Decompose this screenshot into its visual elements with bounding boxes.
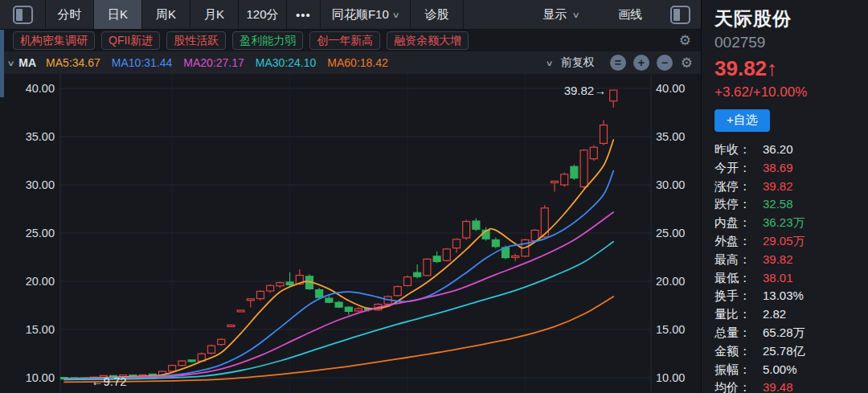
stat-label: 昨收： <box>714 142 763 158</box>
stat-row: 外盘：29.05万 <box>714 234 868 252</box>
tab-monthly-k[interactable]: 月K <box>190 0 239 29</box>
panel-layout-icon <box>670 6 690 24</box>
y-axis-label-left: 15.00 <box>26 323 55 336</box>
tab-fenshi[interactable]: 分时 <box>46 0 94 29</box>
y-axis-label-right: 30.00 <box>656 178 685 191</box>
stock-tag[interactable]: 创一年新高 <box>309 31 380 50</box>
tab-120min[interactable]: 120分 <box>239 0 287 29</box>
ths-f10-label: 同花顺F10 <box>332 7 389 23</box>
draw-line-button[interactable]: 画线 <box>601 0 659 29</box>
panel-layout-icon <box>13 6 33 24</box>
ma-value-ma30: MA30:24.10 <box>256 56 317 69</box>
zoom-out-button[interactable]: − <box>657 55 673 71</box>
stock-tag[interactable]: 机构密集调研 <box>13 31 95 50</box>
y-axis-label-left: 30.00 <box>26 178 55 191</box>
stat-label: 跌停： <box>714 197 763 212</box>
ma-value-ma10: MA10:31.44 <box>112 56 173 69</box>
chevron-down-icon[interactable]: ∨ <box>546 59 554 68</box>
stat-row: 内盘：36.23万 <box>714 215 868 234</box>
price-annotation: ←9.72 <box>91 375 126 388</box>
zoom-reset-button[interactable]: = <box>610 55 626 71</box>
stat-row: 昨收：36.20 <box>714 142 868 161</box>
stat-row: 量比：2.82 <box>714 307 868 325</box>
y-axis-label-right: 15.00 <box>656 323 685 336</box>
chevron-down-icon: ∨ <box>572 10 580 19</box>
stat-value: 5.00% <box>763 362 797 376</box>
chevron-down-icon: ∨ <box>391 10 399 19</box>
stock-tags-row: 机构密集调研QFII新进股性活跃盈利能力弱创一年新高融资余额大增 ⚙ <box>0 30 701 51</box>
stat-label: 最高： <box>714 252 763 268</box>
price-adjust-mode[interactable]: 前复权 <box>561 55 595 70</box>
price-change: +3.62/+10.00% <box>714 84 868 100</box>
stat-row: 振幅：5.00% <box>714 362 868 381</box>
stock-name: 天际股份 <box>714 6 868 31</box>
quote-sidebar: 天际股份 002759 39.82↑ +3.62/+10.00% +自选 昨收：… <box>701 0 868 393</box>
stat-value: 32.58 <box>763 197 793 211</box>
stat-value: 36.20 <box>763 142 793 156</box>
add-to-watchlist-button[interactable]: +自选 <box>714 109 770 132</box>
stat-row: 最高：39.82 <box>714 252 868 271</box>
stat-label: 最低： <box>714 271 763 286</box>
ma-title: MA <box>18 56 36 69</box>
ma-line-ma5 <box>64 140 613 379</box>
stat-value: 29.05万 <box>763 234 805 249</box>
y-axis-label-right: 10.00 <box>656 371 685 384</box>
stock-tag[interactable]: 融资余额大增 <box>387 31 469 50</box>
stock-code: 002759 <box>714 34 868 51</box>
stock-app-window: 分时日K周K月K120分 ••• 同花顺F10 ∨ 诊股 显示 ∨ 画线 机构密… <box>0 0 868 393</box>
ma-line-ma30 <box>64 242 613 380</box>
stat-value: 39.82 <box>763 252 793 266</box>
stat-row: 最低：38.01 <box>714 271 868 289</box>
y-axis-label-right: 40.00 <box>656 82 685 95</box>
stat-value: 38.01 <box>763 271 793 285</box>
ma-indicator-bar: ∨ MA MA5:34.67MA10:31.44MA20:27.17MA30:2… <box>0 51 701 74</box>
stat-label: 今开： <box>714 161 763 176</box>
tab-weekly-k[interactable]: 周K <box>142 0 190 29</box>
stat-label: 总量： <box>714 325 763 341</box>
stat-row: 金额：25.78亿 <box>714 344 868 362</box>
stat-row: 今开：38.69 <box>714 161 868 179</box>
collapse-left-panel-button[interactable] <box>0 0 46 29</box>
stat-label: 外盘： <box>714 234 763 249</box>
y-axis-label-left: 10.00 <box>26 371 55 384</box>
chart-settings-gear-icon[interactable]: ⚙ <box>681 55 693 72</box>
zoom-in-button[interactable]: + <box>633 55 649 71</box>
ma-value-ma60: MA60:18.42 <box>327 56 388 69</box>
ma-value-ma5: MA5:34.67 <box>46 56 100 69</box>
quote-stats-list: 昨收：36.20今开：38.69涨停：39.82跌停：32.58内盘：36.23… <box>714 142 868 393</box>
diagnose-stock-button[interactable]: 诊股 <box>411 0 464 29</box>
tab-daily-k[interactable]: 日K <box>94 0 142 29</box>
y-axis-label-right: 25.00 <box>656 227 685 239</box>
stat-label: 金额： <box>714 344 763 359</box>
stock-tag[interactable]: QFII新进 <box>101 31 160 50</box>
chevron-down-icon[interactable]: ∨ <box>7 59 15 68</box>
stat-value: 36.23万 <box>763 215 805 231</box>
stock-tag[interactable]: 股性活跃 <box>166 31 226 50</box>
y-axis-label-left: 40.00 <box>26 82 55 95</box>
ma-line-ma60 <box>64 297 613 382</box>
stat-row: 均价：39.48 <box>714 380 868 393</box>
stat-row: 涨停：39.82 <box>714 179 868 198</box>
stat-label: 内盘： <box>714 215 763 231</box>
stat-label: 涨停： <box>714 179 763 194</box>
stat-label: 换手： <box>714 289 763 304</box>
more-periods-button[interactable]: ••• <box>287 0 321 29</box>
ma-line-ma10 <box>64 171 613 379</box>
stat-row: 总量：65.28万 <box>714 325 868 344</box>
candlestick-chart[interactable]: 40.0040.0035.0035.0030.0030.0025.0025.00… <box>0 74 701 393</box>
stat-row: 跌停：32.58 <box>714 197 868 215</box>
y-axis-label-right: 20.00 <box>656 275 685 288</box>
ma-value-ma20: MA20:27.17 <box>183 56 244 69</box>
display-label: 显示 <box>542 7 567 23</box>
collapse-right-panel-button[interactable] <box>659 0 701 29</box>
display-options-button[interactable]: 显示 ∨ <box>521 0 601 29</box>
ths-f10-button[interactable]: 同花顺F10 ∨ <box>321 0 411 29</box>
stat-row: 换手：13.03% <box>714 289 868 307</box>
stat-value: 39.82 <box>763 179 793 193</box>
y-axis-label-left: 20.00 <box>26 275 55 288</box>
stat-label: 均价： <box>714 380 763 393</box>
period-toolbar: 分时日K周K月K120分 ••• 同花顺F10 ∨ 诊股 显示 ∨ 画线 <box>0 0 701 30</box>
toolbar-spacer <box>464 0 521 29</box>
stock-tag[interactable]: 盈利能力弱 <box>232 31 303 50</box>
tags-settings-gear-icon[interactable]: ⚙ <box>679 32 691 49</box>
